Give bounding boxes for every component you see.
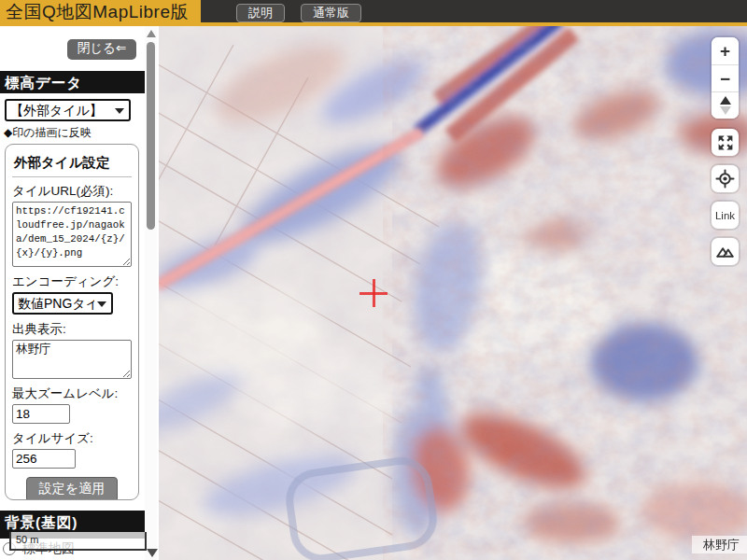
tile-url-textarea[interactable]: https://cf192141.cloudfree.jp/nagaoka/de… — [12, 202, 132, 267]
source-display-label: 出典表示: — [12, 321, 132, 338]
source-display-textarea[interactable]: 林野庁 — [12, 340, 132, 379]
zoom-in-button[interactable]: + — [712, 37, 739, 64]
help-button[interactable]: 説明 — [236, 4, 285, 22]
max-zoom-input[interactable] — [12, 404, 70, 424]
app-header: 全国Q地図MapLibre版 説明 通常版 — [0, 0, 747, 26]
fullscreen-button[interactable] — [712, 129, 739, 156]
elevation-source-select-box: 【外部タイル】 — [5, 99, 131, 121]
external-tile-settings-panel: 外部タイル設定 タイルURL(必須): https://cf192141.clo… — [5, 144, 139, 500]
apply-settings-button[interactable]: 設定を適用 — [26, 477, 118, 500]
elevation-source-select[interactable]: 【外部タイル】 — [7, 101, 129, 119]
map-scale-control: 50 m — [9, 532, 147, 551]
scrollbar-thumb[interactable] — [147, 42, 155, 230]
encoding-label: エンコーディング: — [12, 273, 132, 290]
sidebar-scrollbar[interactable] — [145, 26, 157, 560]
navigation-control: + − — [712, 37, 739, 119]
map-controls: + − Link — [712, 37, 739, 274]
map-attribution: 林野庁 — [692, 536, 747, 553]
scroll-up-arrow-icon[interactable] — [147, 30, 156, 37]
plus-icon: + — [720, 42, 730, 60]
elevation-note: ◆印の描画に反映 — [4, 125, 92, 141]
max-zoom-label: 最大ズームレベル: — [12, 385, 132, 402]
pitch-toggle-icon — [720, 96, 731, 115]
link-button-label: Link — [715, 210, 735, 221]
fullscreen-icon — [716, 133, 735, 152]
elevation-section-heading: 標高データ — [0, 71, 145, 93]
tile-size-label: タイルサイズ: — [12, 430, 132, 447]
minus-icon: − — [720, 70, 730, 88]
encoding-select[interactable]: 数値PNGタイル — [14, 294, 111, 313]
sidebar-close-button[interactable]: 閉じる⇐ — [67, 39, 136, 60]
geolocate-button[interactable] — [712, 165, 739, 192]
zoom-out-button[interactable]: − — [712, 64, 739, 91]
app-title: 全国Q地図MapLibre版 — [6, 0, 189, 24]
map-center-crosshair-icon — [359, 279, 388, 307]
tile-size-input[interactable] — [12, 449, 76, 469]
compass-pitch-button[interactable] — [712, 91, 739, 119]
link-button[interactable]: Link — [712, 202, 739, 229]
title-tab: 全国Q地図MapLibre版 — [0, 0, 201, 26]
terrain-icon — [715, 242, 735, 261]
tile-settings-heading: 外部タイル設定 — [14, 154, 132, 172]
tile-url-label: タイルURL(必須): — [12, 183, 132, 200]
terrain-button[interactable] — [712, 238, 739, 265]
geolocate-icon — [715, 169, 735, 189]
encoding-select-box: 数値PNGタイル — [12, 292, 113, 315]
normal-version-button[interactable]: 通常版 — [301, 4, 361, 22]
settings-sidebar: 閉じる⇐ 標高データ 【外部タイル】 ◆印の描画に反映 外部タイル設定 タイルU… — [0, 26, 159, 560]
scroll-down-arrow-icon[interactable] — [147, 549, 158, 557]
divider — [12, 176, 132, 177]
